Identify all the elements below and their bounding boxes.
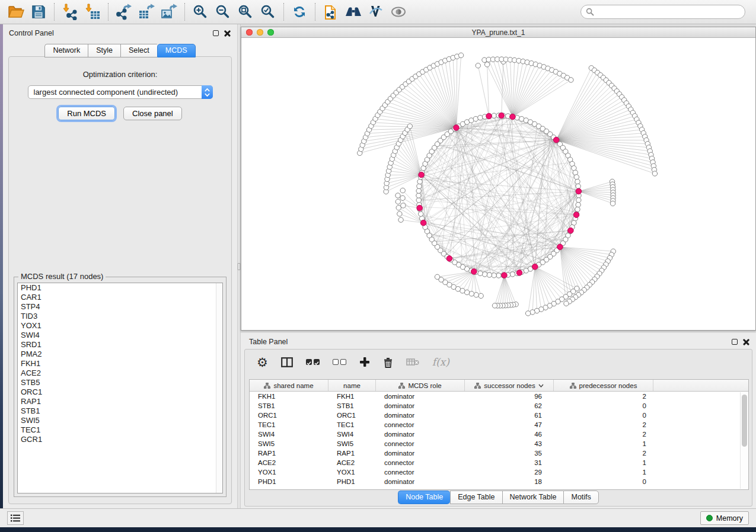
export-table-button[interactable]: [135, 2, 158, 22]
delete-column-icon[interactable]: [383, 357, 393, 368]
zoom-out-button[interactable]: [212, 2, 234, 22]
run-mcds-button[interactable]: Run MCDS: [58, 107, 115, 120]
mcds-hub-node[interactable]: [471, 269, 477, 275]
mcds-node-item[interactable]: GCR1: [18, 435, 222, 444]
zoom-in-button[interactable]: [189, 2, 212, 22]
mcds-hub-node[interactable]: [446, 256, 452, 262]
import-network-button[interactable]: [59, 2, 81, 22]
show-hide-button[interactable]: [387, 2, 410, 22]
search-network-button[interactable]: [342, 2, 365, 22]
split-panel-icon[interactable]: [281, 357, 293, 367]
mcds-node-item[interactable]: RAP1: [18, 397, 222, 406]
table-row[interactable]: ORC1ORC1dominator610: [250, 411, 748, 420]
mcds-hub-node[interactable]: [486, 113, 492, 119]
mcds-node-item[interactable]: YOX1: [18, 321, 222, 331]
tab-node-table[interactable]: Node Table: [398, 491, 450, 504]
network-document-button[interactable]: [320, 2, 342, 22]
network-view[interactable]: [241, 38, 755, 330]
optimization-select[interactable]: largest connected component (undirected): [28, 85, 213, 99]
column-header-successor-nodes[interactable]: successor nodes: [465, 380, 554, 391]
tab-network[interactable]: Network: [44, 44, 88, 57]
select-all-columns-icon[interactable]: [306, 359, 320, 365]
column-header-name[interactable]: name: [328, 380, 376, 391]
import-table-button[interactable]: [81, 2, 104, 22]
add-column-icon[interactable]: [359, 357, 370, 367]
task-history-button[interactable]: [7, 511, 24, 525]
export-image-button[interactable]: [158, 2, 180, 22]
zoom-selected-button[interactable]: [257, 2, 279, 22]
mcds-hub-node[interactable]: [502, 273, 508, 278]
vizmapper-button[interactable]: [365, 2, 387, 22]
mcds-hub-node[interactable]: [454, 125, 460, 131]
tab-style[interactable]: Style: [88, 44, 120, 57]
deselect-all-columns-icon[interactable]: [333, 359, 346, 365]
table-row[interactable]: FKH1FKH1dominator962: [250, 392, 748, 401]
float-panel-icon[interactable]: [732, 339, 738, 345]
export-network-button[interactable]: [113, 2, 135, 22]
float-panel-icon[interactable]: [213, 30, 219, 36]
tab-select[interactable]: Select: [120, 44, 157, 57]
mcds-node-item[interactable]: FKH1: [18, 359, 222, 368]
splitter-handle-icon[interactable]: [238, 263, 240, 270]
tab-edge-table[interactable]: Edge Table: [450, 491, 502, 504]
mcds-hub-node[interactable]: [568, 227, 574, 233]
close-panel-button[interactable]: Close panel: [123, 107, 182, 120]
mcds-hub-node[interactable]: [499, 113, 505, 118]
table-row[interactable]: YOX1YOX1connector291: [250, 467, 748, 477]
close-panel-icon[interactable]: [743, 338, 750, 345]
mcds-node-item[interactable]: SWI5: [18, 416, 222, 425]
open-file-button[interactable]: [5, 2, 27, 22]
mcds-hub-node[interactable]: [573, 212, 579, 218]
mcds-hub-node[interactable]: [420, 220, 426, 226]
mcds-hub-node[interactable]: [576, 188, 582, 194]
mcds-result-list[interactable]: PHD1CAR1STP4TID3YOX1SWI4SRD1PMA2FKH1ACE2…: [17, 283, 223, 493]
table-row[interactable]: SWI4SWI4dominator462: [250, 430, 748, 439]
mcds-node-item[interactable]: CAR1: [18, 293, 222, 302]
network-window-titlebar[interactable]: YPA_prune.txt_1: [241, 27, 755, 38]
mcds-node-item[interactable]: TID3: [18, 312, 222, 321]
mcds-hub-node[interactable]: [532, 264, 538, 270]
tab-motifs[interactable]: Motifs: [563, 491, 598, 504]
mcds-hub-node[interactable]: [553, 137, 559, 143]
list-scrollbar[interactable]: [216, 283, 222, 493]
search-input[interactable]: [597, 8, 740, 16]
column-header-predecessor-nodes[interactable]: predecessor nodes: [554, 380, 653, 391]
tab-mcds[interactable]: MCDS: [157, 44, 196, 57]
mcds-node-item[interactable]: STB5: [18, 378, 222, 387]
apply-preferred-layout-button[interactable]: [288, 2, 311, 22]
mcds-node-item[interactable]: STP4: [18, 302, 222, 312]
export-table-icon: [138, 4, 155, 20]
mcds-node-item[interactable]: ACE2: [18, 368, 222, 378]
network-graph[interactable]: [241, 38, 755, 330]
save-session-button[interactable]: [27, 2, 50, 22]
delete-table-icon[interactable]: [406, 358, 419, 366]
close-panel-icon[interactable]: [224, 30, 231, 37]
table-row[interactable]: SWI5SWI5connector431: [250, 439, 748, 448]
mcds-hub-node[interactable]: [417, 205, 423, 211]
zoom-fit-button[interactable]: [234, 2, 257, 22]
table-row[interactable]: PHD1PHD1dominator180: [250, 477, 748, 486]
mcds-node-item[interactable]: ORC1: [18, 387, 222, 397]
settings-gear-icon[interactable]: ⚙: [257, 356, 268, 368]
mcds-hub-node[interactable]: [419, 172, 425, 178]
mcds-hub-node[interactable]: [557, 244, 563, 250]
tab-network-table[interactable]: Network Table: [502, 491, 564, 504]
mcds-node-item[interactable]: PMA2: [18, 350, 222, 359]
mcds-node-item[interactable]: SWI4: [18, 331, 222, 340]
mcds-node-item[interactable]: SRD1: [18, 340, 222, 350]
mcds-node-item[interactable]: TEC1: [18, 425, 222, 435]
table-row[interactable]: RAP1RAP1dominator352: [250, 448, 748, 458]
mcds-node-item[interactable]: STB1: [18, 406, 222, 416]
memory-button[interactable]: Memory: [700, 511, 749, 525]
scrollbar-thumb[interactable]: [742, 395, 747, 447]
table-row[interactable]: ACE2ACE2connector311: [250, 458, 748, 467]
column-header-mcds-role[interactable]: MCDS role: [376, 380, 465, 391]
table-row[interactable]: TEC1TEC1connector472: [250, 420, 748, 430]
mcds-hub-node[interactable]: [516, 270, 522, 276]
function-builder-icon[interactable]: f(x): [432, 356, 449, 368]
table-row[interactable]: STB1STB1dominator620: [250, 401, 748, 411]
mcds-node-item[interactable]: PHD1: [18, 283, 222, 293]
column-header-shared-name[interactable]: shared name: [250, 380, 328, 391]
mcds-hub-node[interactable]: [510, 114, 516, 120]
table-scrollbar[interactable]: [740, 392, 748, 489]
